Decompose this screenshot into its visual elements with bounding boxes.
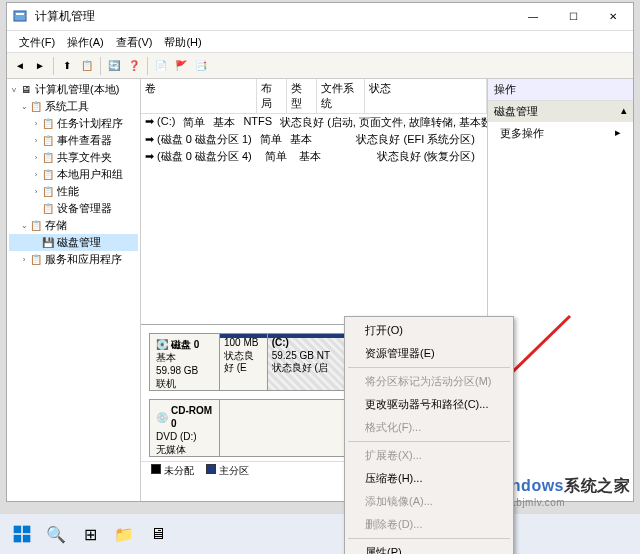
volume-row[interactable]: ➡ (磁盘 0 磁盘分区 1)简单基本状态良好 (EFI 系统分区) [141,131,487,148]
close-button[interactable]: ✕ [593,3,633,31]
help-icon[interactable]: ❓ [125,57,143,75]
actions-more[interactable]: 更多操作▸ [488,122,633,145]
start-button[interactable] [8,520,36,548]
col-type[interactable]: 类型 [287,79,317,113]
disk-info: 💽 磁盘 0基本59.98 GB联机 [150,334,220,390]
tree-item[interactable]: ›📋本地用户和组 [9,166,138,183]
actions-subheader[interactable]: 磁盘管理▴ [488,101,633,122]
col-status[interactable]: 状态 [365,79,487,113]
volume-row[interactable]: ➡ (磁盘 0 磁盘分区 4)简单基本状态良好 (恢复分区) [141,148,487,165]
svg-rect-1 [16,13,24,15]
menubar: 文件(F) 操作(A) 查看(V) 帮助(H) [7,31,633,53]
volume-header: 卷 布局 类型 文件系统 状态 [141,79,487,114]
menu-item[interactable]: 压缩卷(H)... [347,467,511,490]
svg-rect-7 [14,526,22,534]
partition[interactable]: (C:)59.25 GB NT状态良好 (启 [267,334,353,390]
show-icon[interactable]: 📋 [78,57,96,75]
col-name[interactable]: 卷 [141,79,257,113]
tree-item[interactable]: ›📋服务和应用程序 [9,251,138,268]
list-icon[interactable]: 📑 [192,57,210,75]
col-fs[interactable]: 文件系统 [317,79,365,113]
disk-info: 💿 CD-ROM 0DVD (D:)无媒体 [150,400,220,456]
app-taskbar-icon[interactable]: 🖥 [144,520,172,548]
app-window: 计算机管理 — ☐ ✕ 文件(F) 操作(A) 查看(V) 帮助(H) ◄ ► … [6,2,634,502]
task-view-icon[interactable]: ⊞ [76,520,104,548]
tree-item[interactable]: 💾磁盘管理 [9,234,138,251]
titlebar: 计算机管理 — ☐ ✕ [7,3,633,31]
forward-icon[interactable]: ► [31,57,49,75]
svg-rect-0 [14,11,26,21]
menu-item[interactable]: 资源管理器(E) [347,342,511,365]
toolbar: ◄ ► ⬆ 📋 🔄 ❓ 📄 🚩 📑 [7,53,633,79]
menu-item: 扩展卷(X)... [347,444,511,467]
menu-item: 删除卷(D)... [347,513,511,536]
menu-item: 格式化(F)... [347,416,511,439]
menu-item[interactable]: 打开(O) [347,319,511,342]
actions-header: 操作 [488,79,633,101]
menu-action[interactable]: 操作(A) [61,33,110,50]
svg-rect-8 [23,526,31,534]
menu-file[interactable]: 文件(F) [13,33,61,50]
app-icon [13,9,29,25]
props-icon[interactable]: 📄 [152,57,170,75]
menu-item[interactable]: 更改驱动器号和路径(C)... [347,393,511,416]
tree-item[interactable]: ›📋任务计划程序 [9,115,138,132]
tree-item[interactable]: ⌄📋存储 [9,217,138,234]
svg-rect-10 [23,535,31,543]
svg-rect-9 [14,535,22,543]
partition[interactable]: 100 MB状态良好 (E [220,334,267,390]
explorer-icon[interactable]: 📁 [110,520,138,548]
refresh-icon[interactable]: 🔄 [105,57,123,75]
taskbar: 🔍 ⊞ 📁 🖥 [0,514,640,554]
menu-view[interactable]: 查看(V) [110,33,159,50]
tree-item[interactable]: ⌄📋系统工具 [9,98,138,115]
tree-item[interactable]: 📋设备管理器 [9,200,138,217]
back-icon[interactable]: ◄ [11,57,29,75]
up-icon[interactable]: ⬆ [58,57,76,75]
menu-item: 将分区标记为活动分区(M) [347,370,511,393]
menu-help[interactable]: 帮助(H) [158,33,207,50]
tree-item[interactable]: ›📋性能 [9,183,138,200]
volume-row[interactable]: ➡ (C:)简单基本NTFS状态良好 (启动, 页面文件, 故障转储, 基本数据 [141,114,487,131]
menu-item[interactable]: 属性(P) [347,541,511,554]
tree-panel: v🖥计算机管理(本地) ⌄📋系统工具›📋任务计划程序›📋事件查看器›📋共享文件夹… [7,79,141,501]
tree-root[interactable]: v🖥计算机管理(本地) [9,81,138,98]
flag-icon[interactable]: 🚩 [172,57,190,75]
tree-item[interactable]: ›📋共享文件夹 [9,149,138,166]
tree-item[interactable]: ›📋事件查看器 [9,132,138,149]
menu-item: 添加镜像(A)... [347,490,511,513]
volume-list: ➡ (C:)简单基本NTFS状态良好 (启动, 页面文件, 故障转储, 基本数据… [141,114,487,324]
content-area: v🖥计算机管理(本地) ⌄📋系统工具›📋任务计划程序›📋事件查看器›📋共享文件夹… [7,79,633,501]
window-title: 计算机管理 [35,8,513,25]
maximize-button[interactable]: ☐ [553,3,593,31]
search-icon[interactable]: 🔍 [42,520,70,548]
minimize-button[interactable]: — [513,3,553,31]
chevron-up-icon: ▴ [621,104,627,119]
context-menu: 打开(O)资源管理器(E)将分区标记为活动分区(M)更改驱动器号和路径(C)..… [344,316,514,554]
chevron-right-icon: ▸ [615,126,621,141]
col-layout[interactable]: 布局 [257,79,287,113]
